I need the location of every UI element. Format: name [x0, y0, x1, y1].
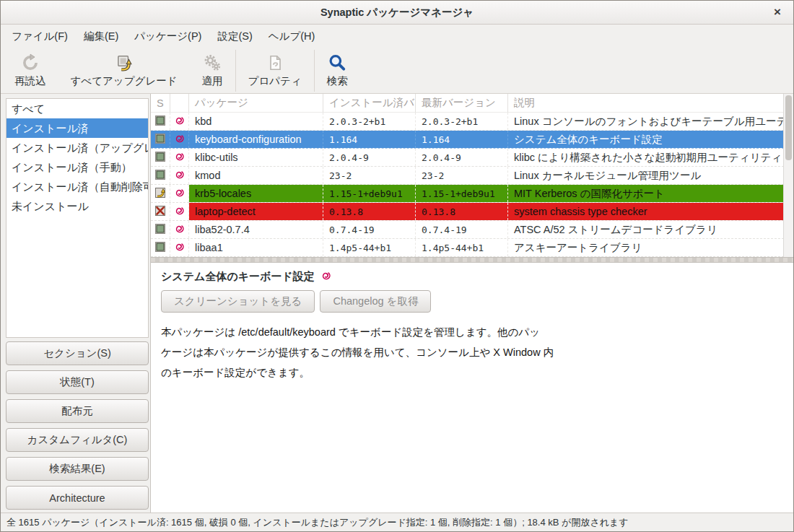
menu-item-settings[interactable]: 設定(S)	[209, 26, 260, 47]
origin-button[interactable]: 配布元	[6, 399, 149, 423]
package-pane: Sパッケージインストール済バ最新バージョン説明 kbd2.0.3-2+b12.0…	[150, 94, 793, 513]
latest-version-cell: 1.15-1+deb9u1	[416, 185, 508, 202]
package-status-cell	[151, 203, 170, 220]
upgrade-icon	[115, 53, 134, 73]
sidebar-item-not-installed[interactable]: 未インストール	[6, 196, 148, 216]
debian-swirl-icon	[174, 133, 185, 146]
origin-cell	[170, 221, 189, 238]
toolbar-label-search: 検索	[327, 74, 348, 88]
status-text: 全 1615 パッケージ（インストール済: 1615 個, 破損 0 個, イン…	[6, 516, 629, 529]
debian-swirl-icon	[174, 241, 185, 254]
debian-swirl-icon	[174, 223, 185, 236]
package-name-cell: keyboard-configuration	[189, 131, 323, 148]
column-header-4[interactable]: 最新バージョン	[416, 94, 508, 113]
debian-swirl-icon	[174, 205, 185, 218]
get-screenshot-button[interactable]: スクリーンショットを見る	[161, 290, 315, 313]
table-row[interactable]: libaa11.4p5-44+b11.4p5-44+b1アスキーアートライブラリ	[151, 239, 784, 257]
installed-version-cell: 2.0.3-2+b1	[323, 113, 416, 130]
get-changelog-button[interactable]: Changelog を取得	[320, 290, 431, 313]
latest-version-cell: 1.4p5-44+b1	[416, 239, 508, 256]
package-table: Sパッケージインストール済バ最新バージョン説明 kbd2.0.3-2+b12.0…	[151, 94, 793, 257]
description-cell: ATSC A/52 ストリームデコードライブラリ	[508, 221, 784, 238]
toolbar-button-apply[interactable]: 適用	[190, 50, 235, 92]
description-cell: MIT Kerberos の国際化サポート	[508, 185, 784, 202]
menu-item-help[interactable]: ヘルプ(H)	[261, 26, 323, 47]
latest-version-cell: 2.0.4-9	[416, 149, 508, 166]
close-icon: ×	[774, 5, 781, 19]
architecture-button[interactable]: Architecture	[6, 486, 149, 510]
table-row[interactable]: liba52-0.7.40.7.4-190.7.4-19ATSC A/52 スト…	[151, 221, 784, 239]
sidebar-item-installed[interactable]: インストール済	[6, 118, 148, 138]
debian-swirl-icon	[174, 151, 185, 164]
package-status-cell	[151, 113, 170, 130]
package-name-cell: libaa1	[189, 239, 323, 256]
status-button[interactable]: 状態(T)	[6, 370, 149, 394]
package-description: 本パッケージは /etc/default/keyboard でキーボード設定を管…	[161, 322, 783, 383]
installed-version-cell: 1.164	[323, 131, 416, 148]
table-row[interactable]: klibc-utils2.0.4-92.0.4-9klibc により構築された小…	[151, 149, 784, 167]
vertical-scrollbar[interactable]	[783, 94, 793, 257]
status-installed-icon	[154, 151, 166, 165]
package-name-cell: laptop-detect	[189, 203, 323, 220]
column-header-2[interactable]: パッケージ	[189, 94, 323, 113]
menubar: ファイル(F)編集(E)パッケージ(P)設定(S)ヘルプ(H)	[1, 25, 793, 48]
synaptic-window: Synaptic パッケージマネージャ × ファイル(F)編集(E)パッケージ(…	[0, 0, 794, 532]
sidebar-item-installed-manual[interactable]: インストール済（手動）	[6, 157, 148, 177]
column-header-3[interactable]: インストール済バ	[323, 94, 416, 113]
close-button[interactable]: ×	[769, 4, 786, 21]
origin-cell	[170, 239, 189, 256]
status-upgrade-icon	[154, 187, 166, 201]
sidebar-item-installed-upgradable[interactable]: インストール済（アップグレ	[6, 138, 148, 157]
status-installed-icon	[154, 133, 166, 147]
apply-gears-icon	[203, 53, 222, 73]
latest-version-cell: 1.164	[416, 131, 508, 148]
table-row[interactable]: kmod23-223-2Linux カーネルモジュール管理用ツール	[151, 167, 784, 185]
sidebar-item-installed-auto-removable[interactable]: インストール済（自動削除可	[6, 177, 148, 196]
toolbar: 再読込すべてアップグレード適用プロパティ検索	[1, 48, 793, 94]
status-removal-icon	[154, 205, 166, 219]
toolbar-button-properties[interactable]: プロパティ	[235, 50, 314, 92]
details-pane: システム全体のキーボード設定 スクリーンショットを見るChangelog を取得…	[151, 263, 793, 513]
pane-splitter-handle[interactable]	[151, 257, 793, 263]
filter-list: すべてインストール済インストール済（アップグレインストール済（手動）インストール…	[6, 98, 149, 338]
origin-cell	[170, 185, 189, 202]
toolbar-button-mark-all-upgrades[interactable]: すべてアップグレード	[58, 50, 190, 92]
description-line: のキーボード設定ができます。	[161, 362, 783, 383]
menu-item-file[interactable]: ファイル(F)	[4, 26, 76, 47]
table-row[interactable]: krb5-locales1.15-1+deb9u11.15-1+deb9u1MI…	[151, 185, 784, 203]
package-status-cell	[151, 239, 170, 256]
menu-item-edit[interactable]: 編集(E)	[76, 26, 126, 47]
package-name-cell: klibc-utils	[189, 149, 323, 166]
column-header-5[interactable]: 説明	[508, 94, 784, 113]
main-content: すべてインストール済インストール済（アップグレインストール済（手動）インストール…	[1, 94, 793, 513]
installed-version-cell: 2.0.4-9	[323, 149, 416, 166]
latest-version-cell: 0.13.8	[416, 203, 508, 220]
description-cell: システム全体のキーボード設定	[508, 131, 784, 148]
debian-swirl-icon	[174, 169, 185, 182]
sidebar: すべてインストール済インストール済（アップグレインストール済（手動）インストール…	[1, 94, 150, 513]
table-row[interactable]: keyboard-configuration1.1641.164システム全体のキ…	[151, 131, 784, 149]
latest-version-cell: 23-2	[416, 167, 508, 184]
filter-category-buttons: セクション(S)状態(T)配布元カスタムフィルタ(C)検索結果(E)Archit…	[6, 341, 149, 510]
custom-filters-button[interactable]: カスタムフィルタ(C)	[6, 428, 149, 452]
scrollbar-thumb[interactable]	[785, 95, 792, 160]
table-row[interactable]: kbd2.0.3-2+b12.0.3-2+b1Linux コンソールのフォントお…	[151, 113, 784, 131]
origin-cell	[170, 113, 189, 130]
window-title: Synaptic パッケージマネージャ	[320, 6, 474, 19]
installed-version-cell: 0.13.8	[323, 203, 416, 220]
sections-button[interactable]: セクション(S)	[6, 341, 149, 365]
statusbar: 全 1615 パッケージ（インストール済: 1615 個, 破損 0 個, イン…	[1, 513, 793, 531]
description-cell: アスキーアートライブラリ	[508, 239, 784, 256]
toolbar-button-search[interactable]: 検索	[314, 50, 360, 92]
sidebar-item-all[interactable]: すべて	[6, 99, 148, 118]
column-header-1[interactable]	[170, 94, 189, 113]
latest-version-cell: 0.7.4-19	[416, 221, 508, 238]
toolbar-label-mark-all-upgrades: すべてアップグレード	[71, 74, 178, 88]
menu-item-package[interactable]: パッケージ(P)	[126, 26, 209, 47]
search-results-button[interactable]: 検索結果(E)	[6, 457, 149, 481]
column-header-0[interactable]: S	[151, 94, 170, 113]
table-row[interactable]: laptop-detect0.13.80.13.8system chassis …	[151, 203, 784, 221]
debian-swirl-icon	[320, 270, 331, 284]
toolbar-button-reload[interactable]: 再読込	[2, 50, 58, 92]
description-cell: klibc により構築された小さな起動初期用ユーティリティ	[508, 149, 784, 166]
